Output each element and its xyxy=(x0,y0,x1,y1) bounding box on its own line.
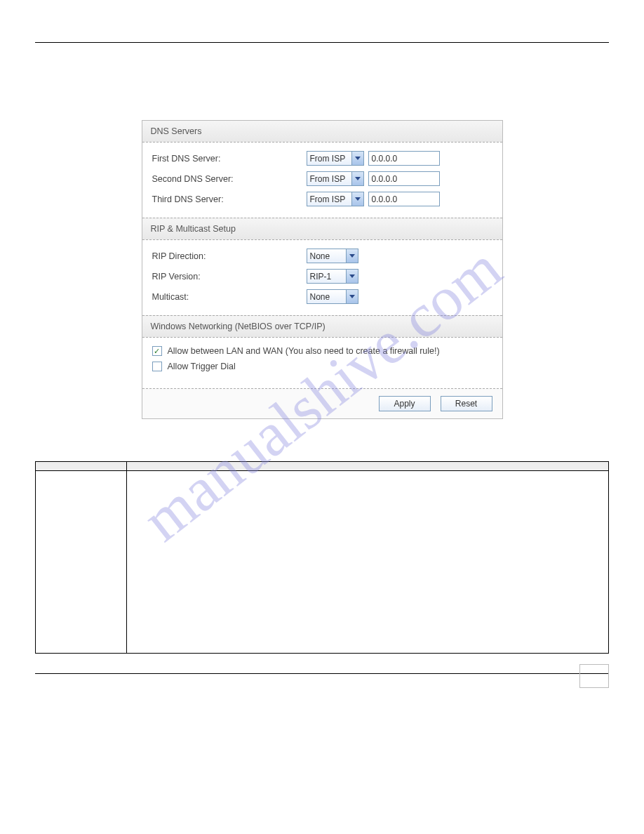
description-table xyxy=(35,461,609,654)
first-dns-label: First DNS Server: xyxy=(152,154,307,164)
first-dns-input[interactable] xyxy=(368,151,440,166)
chevron-down-icon xyxy=(346,290,358,303)
first-dns-source-select[interactable]: From ISP xyxy=(307,151,364,166)
table-head-label xyxy=(36,462,127,471)
select-value: From ISP xyxy=(310,174,346,184)
chevron-down-icon xyxy=(351,192,363,206)
allow-trigger-dial-row: Allow Trigger Dial xyxy=(152,362,492,371)
reset-button[interactable]: Reset xyxy=(441,396,492,411)
rip-section-header: RIP & Multicast Setup xyxy=(142,218,502,240)
third-dns-label: Third DNS Server: xyxy=(152,194,307,204)
dns-section-header: DNS Servers xyxy=(142,121,502,143)
dns-row-3: Third DNS Server: From ISP xyxy=(152,192,492,206)
second-dns-label: Second DNS Server: xyxy=(152,174,307,184)
dns-row-2: Second DNS Server: From ISP xyxy=(152,171,492,186)
third-dns-input[interactable] xyxy=(368,192,440,206)
table-cell-desc xyxy=(127,471,609,654)
windows-networking-body: ✓ Allow between LAN and WAN (You also ne… xyxy=(142,338,502,388)
button-row: Apply Reset xyxy=(142,388,502,418)
multicast-label: Multicast: xyxy=(152,292,307,302)
rip-direction-select[interactable]: None xyxy=(307,249,358,263)
rip-direction-label: RIP Direction: xyxy=(152,251,307,261)
apply-button[interactable]: Apply xyxy=(379,396,431,411)
select-value: None xyxy=(310,251,330,261)
allow-lan-wan-row: ✓ Allow between LAN and WAN (You also ne… xyxy=(152,346,492,356)
table-head-desc xyxy=(127,462,609,471)
bottom-rule xyxy=(35,673,609,674)
chevron-down-icon xyxy=(346,249,358,263)
rip-version-row: RIP Version: RIP-1 xyxy=(152,269,492,284)
second-dns-input[interactable] xyxy=(368,171,440,186)
allow-lan-wan-label: Allow between LAN and WAN (You also need… xyxy=(168,346,440,356)
rip-version-select[interactable]: RIP-1 xyxy=(307,269,358,284)
windows-networking-header: Windows Networking (NetBIOS over TCP/IP) xyxy=(142,315,502,338)
chevron-down-icon xyxy=(346,270,358,283)
select-value: From ISP xyxy=(310,154,346,164)
multicast-row: Multicast: None xyxy=(152,289,492,304)
rip-version-label: RIP Version: xyxy=(152,272,307,282)
chevron-down-icon xyxy=(351,152,363,165)
table-cell-label xyxy=(36,471,127,654)
allow-trigger-dial-label: Allow Trigger Dial xyxy=(168,362,236,371)
settings-panel: DNS Servers First DNS Server: From ISP S… xyxy=(142,120,503,419)
dns-section-body: First DNS Server: From ISP Second DNS Se… xyxy=(142,143,502,218)
select-value: RIP-1 xyxy=(310,272,332,282)
top-rule xyxy=(35,42,609,43)
rip-section-body: RIP Direction: None RIP Version: RIP-1 M… xyxy=(142,240,502,315)
allow-lan-wan-checkbox[interactable]: ✓ xyxy=(152,346,162,356)
second-dns-source-select[interactable]: From ISP xyxy=(307,171,364,186)
rip-direction-row: RIP Direction: None xyxy=(152,249,492,263)
select-value: None xyxy=(310,292,330,302)
page-number-box xyxy=(579,664,609,688)
chevron-down-icon xyxy=(351,172,363,185)
dns-row-1: First DNS Server: From ISP xyxy=(152,151,492,166)
multicast-select[interactable]: None xyxy=(307,289,358,304)
select-value: From ISP xyxy=(310,194,346,204)
third-dns-source-select[interactable]: From ISP xyxy=(307,192,364,206)
allow-trigger-dial-checkbox[interactable] xyxy=(152,362,162,371)
table-row xyxy=(36,471,609,654)
